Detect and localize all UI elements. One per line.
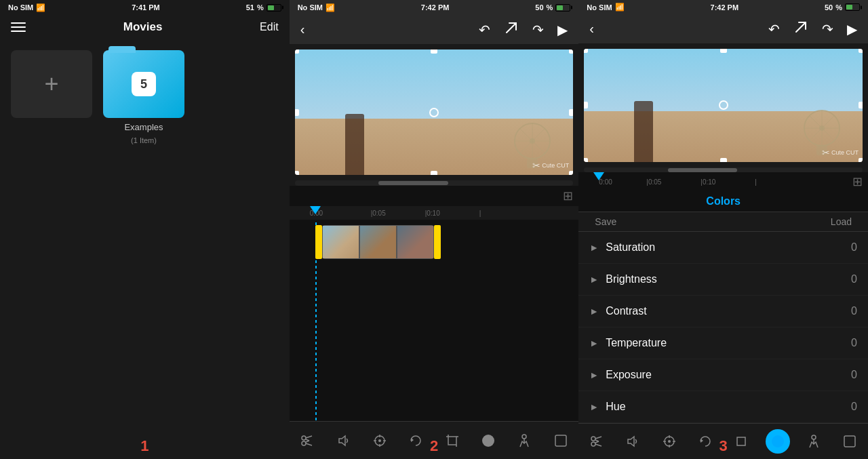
property-left-1: ► Brightness <box>589 273 656 285</box>
undo-button-2[interactable]: ↶ <box>479 22 490 38</box>
rotate-tool-3[interactable] <box>693 429 717 454</box>
undo-button-3[interactable]: ↶ <box>768 21 780 37</box>
carrier-2: No SIM <box>298 3 323 12</box>
redo-button-3[interactable]: ↷ <box>822 21 833 37</box>
back-button-2[interactable]: ‹ <box>300 22 305 37</box>
svg-point-26 <box>482 435 494 447</box>
crop-tool-2[interactable] <box>440 428 465 453</box>
property-name-5: Hue <box>606 401 625 413</box>
battery-pct-1: 51 <box>246 3 254 12</box>
rotate-tool-2[interactable] <box>403 428 428 453</box>
volume-tool-2[interactable] <box>332 428 356 453</box>
svg-line-9 <box>306 436 312 438</box>
svg-point-8 <box>302 441 306 445</box>
svg-rect-21 <box>448 437 456 445</box>
svg-point-53 <box>812 435 816 439</box>
layout-icon-2[interactable]: ⊞ <box>563 188 573 203</box>
property-saturation[interactable]: ► Saturation 0 <box>578 232 868 264</box>
colors-tab[interactable]: Colors <box>706 195 741 207</box>
svg-line-39 <box>595 437 601 439</box>
svg-marker-20 <box>411 438 414 442</box>
property-contrast[interactable]: ► Contrast 0 <box>578 296 868 327</box>
property-value-4: 0 <box>851 369 857 381</box>
colors-panel: 0:00 |0:05 |0:10 | ⊞ Colors Save Load <box>578 172 868 423</box>
layout-icon-3[interactable]: ⊞ <box>852 174 863 189</box>
watermark-2: ✂ Cute CUT <box>532 160 569 171</box>
svg-marker-43 <box>628 437 634 446</box>
marker-15-2: | <box>479 209 481 217</box>
panel-3: No SIM 📶 7:42 PM 50% ‹ ↶ ↷ ▶ <box>578 0 868 459</box>
property-name-2: Contrast <box>606 305 646 317</box>
crop-tool-3[interactable] <box>729 429 753 454</box>
circle-tool-2[interactable] <box>476 428 500 453</box>
property-value-3: 0 <box>851 337 857 349</box>
panel-1: No SIM 📶 7:41 PM 51% Movies Edit <box>0 0 290 459</box>
load-button[interactable]: Load <box>831 216 852 227</box>
property-left-3: ► Temperature <box>589 337 667 349</box>
target-tool-2[interactable] <box>368 428 392 453</box>
play-button-2[interactable]: ▶ <box>557 22 568 38</box>
new-project-button[interactable]: + <box>11 50 92 118</box>
track-clip-2[interactable] <box>322 225 434 259</box>
person-tool-3[interactable] <box>802 429 826 454</box>
property-hue[interactable]: ► Hue 0 <box>578 391 868 423</box>
target-tool-3[interactable] <box>657 429 682 454</box>
timeline-ruler-2: 0:00 |0:05 |0:10 | <box>290 206 579 220</box>
track-handle-left-2[interactable] <box>315 225 322 259</box>
play-button-3[interactable]: ▶ <box>847 21 857 37</box>
chevron-icon-4: ► <box>589 370 599 380</box>
property-left-4: ► Exposure <box>589 369 651 381</box>
svg-point-37 <box>591 437 595 441</box>
scissors-tool-2[interactable] <box>295 428 319 453</box>
battery-icon-1 <box>267 4 281 12</box>
hamburger-button[interactable] <box>11 22 26 32</box>
property-left-5: ► Hue <box>589 401 625 413</box>
magic-button-2[interactable] <box>504 20 519 39</box>
back-button-3[interactable]: ‹ <box>589 21 594 37</box>
watermark-3: ✂ Cute CUT <box>822 147 859 158</box>
wifi-icon-2: 📶 <box>326 3 335 12</box>
svg-point-27 <box>522 435 526 439</box>
save-button[interactable]: Save <box>595 216 616 227</box>
time-1: 7:41 PM <box>132 3 160 12</box>
magic-button-3[interactable] <box>793 20 808 38</box>
colors-tab-row: Colors <box>578 191 868 212</box>
edit-button[interactable]: Edit <box>260 21 279 33</box>
chevron-icon-5: ► <box>589 401 599 412</box>
track-handle-right-2[interactable] <box>434 225 441 259</box>
time-2: 7:42 PM <box>421 3 450 12</box>
status-left-3: No SIM 📶 <box>587 3 624 12</box>
square-tool-2[interactable] <box>549 428 573 453</box>
svg-point-45 <box>668 440 671 443</box>
scissors-tool-3[interactable] <box>585 429 609 454</box>
timeline-scrollbar-3[interactable] <box>584 167 863 172</box>
marker-5-2: |0:05 <box>371 209 386 217</box>
volume-tool-3[interactable] <box>620 429 645 454</box>
panel-2: No SIM 📶 7:42 PM 50% ‹ ↶ ↷ ▶ <box>290 0 579 459</box>
toolbar-icons-3: ↶ ↷ ▶ <box>768 20 857 38</box>
movies-title: Movies <box>123 20 163 34</box>
property-exposure[interactable]: ► Exposure 0 <box>578 359 868 391</box>
person-tool-2[interactable] <box>512 428 536 453</box>
marker-5-3: |0:05 <box>646 178 661 186</box>
property-temperature[interactable]: ► Temperature 0 <box>578 327 868 359</box>
folder-name: Examples <box>124 122 163 132</box>
svg-line-42 <box>595 441 599 443</box>
square-tool-3[interactable] <box>837 429 862 454</box>
svg-point-52 <box>772 435 784 447</box>
timeline-ruler-3: 0:00 |0:05 |0:10 | ⊞ <box>578 172 868 191</box>
status-bar-3: No SIM 📶 7:42 PM 50% <box>578 0 868 14</box>
playhead-2[interactable] <box>310 206 321 214</box>
status-left-2: No SIM 📶 <box>298 3 335 12</box>
step-number-1: 1 <box>140 437 149 455</box>
timeline-scrollbar-2[interactable] <box>295 180 574 186</box>
examples-folder[interactable]: 5 Examples (1 Item) <box>103 50 184 144</box>
svg-rect-51 <box>737 437 745 445</box>
svg-point-15 <box>378 439 381 442</box>
property-brightness[interactable]: ► Brightness 0 <box>578 264 868 296</box>
color-circle-tool-3[interactable] <box>766 429 790 454</box>
svg-marker-13 <box>339 436 345 445</box>
redo-button-2[interactable]: ↷ <box>532 22 544 38</box>
property-name-3: Temperature <box>606 337 667 349</box>
property-left-0: ► Saturation <box>589 241 655 254</box>
